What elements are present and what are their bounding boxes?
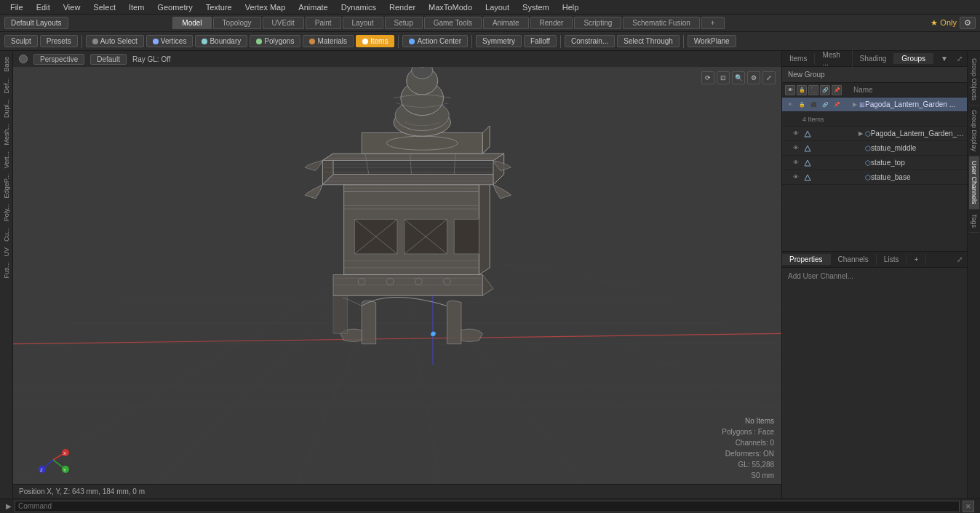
bottom-tab-channels[interactable]: Channels — [831, 254, 877, 265]
strip-tab-group-objects[interactable]: Group Objects — [969, 54, 979, 106]
strip-tab-user-channels[interactable]: User Channels — [969, 156, 979, 210]
vertices-button[interactable]: Vertices — [146, 35, 194, 47]
link-icon[interactable]: 🔗 — [820, 100, 830, 110]
group-item-main[interactable]: 👁 🔒 ⬛ 🔗 📌 ▶ ⊞ Pagoda_Lantern_Garden ... — [782, 98, 967, 112]
tab-items[interactable]: Items — [782, 53, 815, 64]
eye-icon-c2[interactable]: 👁 — [791, 143, 801, 154]
left-tab-vert[interactable]: Vert... — [1, 148, 12, 172]
tab-groups[interactable]: Groups — [894, 53, 933, 64]
tree-item-child4[interactable]: 👁 ▶ ⬡ statue_base — [782, 170, 967, 185]
left-tab-cu[interactable]: Cu... — [1, 225, 12, 244]
left-tab-fus[interactable]: Fus... — [1, 259, 12, 282]
vp-fit-btn[interactable]: ⊡ — [717, 71, 730, 84]
auto-select-button[interactable]: Auto Select — [86, 35, 144, 47]
bottom-tab-properties[interactable]: Properties — [782, 254, 831, 265]
col-icon-3[interactable]: ⬛ — [808, 85, 818, 95]
tab-mesh[interactable]: Mesh ... — [815, 49, 852, 68]
command-input[interactable] — [15, 501, 960, 512]
eye-icon-c3[interactable]: 👁 — [791, 158, 801, 168]
eye-icon[interactable]: 👁 — [785, 100, 795, 110]
view-perspective-btn[interactable]: Perspective — [33, 54, 84, 65]
left-tab-uv[interactable]: UV — [1, 244, 12, 260]
tab-scripting[interactable]: Scripting — [574, 17, 621, 29]
left-tab-poly[interactable]: Poly... — [1, 201, 12, 224]
menu-item[interactable]: Item — [123, 1, 150, 13]
pin-icon[interactable]: 📌 — [832, 100, 842, 110]
menu-edit[interactable]: Edit — [31, 1, 56, 13]
menu-max-to-modo[interactable]: MaxToModo — [423, 1, 478, 13]
add-user-channel-btn[interactable]: Add User Channel... — [788, 271, 961, 282]
tab-paint[interactable]: Paint — [306, 17, 341, 29]
boundary-button[interactable]: Boundary — [195, 35, 247, 47]
tree-item-child2[interactable]: 👁 ▶ ⬡ statue_middle — [782, 141, 967, 156]
bottom-expand-btn[interactable]: ⤢ — [952, 254, 967, 265]
items-button[interactable]: Items — [356, 35, 394, 47]
vp-settings-btn[interactable]: ⚙ — [747, 71, 760, 84]
viewport[interactable]: Perspective Default Ray GL: Off ⟳ ⊡ 🔍 ⚙ … — [13, 51, 781, 498]
left-tab-mesh[interactable]: Mesh... — [1, 121, 12, 148]
vp-dot[interactable] — [19, 55, 28, 63]
tab-dropdown[interactable]: ▼ — [936, 53, 952, 64]
select-through-button[interactable]: Select Through — [617, 35, 680, 47]
tab-animate[interactable]: Animate — [483, 17, 529, 29]
render-icon[interactable]: ⬛ — [808, 100, 818, 110]
sculpt-button[interactable]: Sculpt — [4, 35, 38, 47]
menu-animate[interactable]: Animate — [292, 1, 333, 13]
default-layouts-btn[interactable]: Default Layouts — [4, 17, 68, 29]
menu-view[interactable]: View — [57, 1, 87, 13]
tab-schematic[interactable]: Schematic Fusion — [623, 17, 699, 29]
left-tab-def[interactable]: Def... — [1, 75, 12, 97]
menu-texture[interactable]: Texture — [200, 1, 238, 13]
menu-layout[interactable]: Layout — [479, 1, 515, 13]
action-center-button[interactable]: Action Center — [402, 35, 468, 47]
tab-layout[interactable]: Layout — [343, 17, 383, 29]
col-icon-4[interactable]: 🔗 — [820, 85, 830, 95]
tab-setup[interactable]: Setup — [385, 17, 423, 29]
left-tab-dupl[interactable]: Dupl... — [1, 96, 12, 121]
falloff-button[interactable]: Falloff — [524, 35, 557, 47]
cmd-clear-btn[interactable]: ✕ — [963, 501, 974, 512]
materials-button[interactable]: Materials — [303, 35, 354, 47]
tab-render[interactable]: Render — [530, 17, 573, 29]
view-default-btn[interactable]: Default — [90, 54, 127, 65]
col-icon-2[interactable]: 🔒 — [797, 85, 807, 95]
left-tab-base[interactable]: Base — [1, 54, 12, 75]
gear-button[interactable]: ⚙ — [960, 17, 976, 29]
menu-vertex-map[interactable]: Vertex Map — [239, 1, 292, 13]
tree-item-child3[interactable]: 👁 ▶ ⬡ statue_top — [782, 156, 967, 170]
left-tab-edgep[interactable]: EdgeP... — [1, 171, 12, 201]
bottom-tab-lists[interactable]: Lists — [877, 254, 907, 265]
menu-file[interactable]: File — [4, 1, 29, 13]
strip-tab-tags[interactable]: Tags — [969, 210, 979, 233]
rp-expand-btn[interactable]: ⤢ — [952, 53, 967, 64]
tab-topology[interactable]: Topology — [213, 17, 261, 29]
tab-model[interactable]: Model — [172, 17, 211, 29]
menu-system[interactable]: System — [517, 1, 555, 13]
polygons-button[interactable]: Polygons — [250, 35, 300, 47]
item1-expand[interactable]: ▶ — [856, 130, 865, 138]
new-group-button[interactable]: New Group — [788, 71, 825, 79]
constrain-button[interactable]: Constrain... — [565, 35, 615, 47]
col-icon-1[interactable]: 👁 — [785, 85, 795, 95]
tab-game-tools[interactable]: Game Tools — [424, 17, 482, 29]
eye-icon-c4[interactable]: 👁 — [791, 172, 801, 183]
eye-icon-c1[interactable]: 👁 — [791, 129, 801, 139]
vp-rotate-btn[interactable]: ⟳ — [701, 71, 714, 84]
menu-select[interactable]: Select — [87, 1, 121, 13]
lock-icon[interactable]: 🔒 — [797, 100, 807, 110]
strip-tab-group-display[interactable]: Group Display — [969, 106, 979, 156]
menu-dynamics[interactable]: Dynamics — [335, 1, 382, 13]
menu-help[interactable]: Help — [557, 1, 585, 13]
vp-expand-btn[interactable]: ⤢ — [762, 71, 776, 84]
tab-add[interactable]: + — [701, 17, 725, 29]
bottom-tab-add[interactable]: + — [907, 254, 926, 265]
menu-geometry[interactable]: Geometry — [151, 1, 198, 13]
vp-zoom-btn[interactable]: 🔍 — [732, 71, 745, 84]
tab-shading[interactable]: Shading — [853, 53, 895, 64]
tab-uvedit[interactable]: UVEdit — [263, 17, 304, 29]
group-expand[interactable]: ▶ — [850, 100, 859, 109]
menu-render[interactable]: Render — [383, 1, 421, 13]
col-icon-5[interactable]: 📌 — [832, 85, 842, 95]
workplane-button[interactable]: WorkPlane — [688, 35, 736, 47]
presets-button[interactable]: Presets — [40, 35, 78, 47]
